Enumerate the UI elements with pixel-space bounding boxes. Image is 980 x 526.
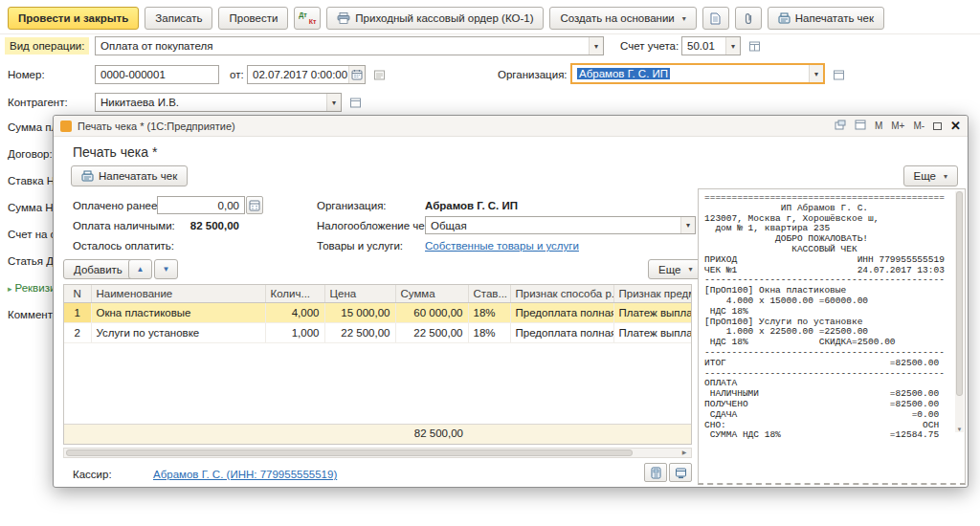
print-order-button[interactable]: Приходный кассовый ордер (КО-1) [326,7,544,30]
table-row[interactable]: 2Услуги по установке1,00022 500,0022 500… [64,322,691,342]
pos-terminal-button[interactable] [669,463,692,482]
close-icon[interactable]: ✕ [950,120,961,132]
date-action-icon[interactable] [371,67,387,82]
expand-group-icon: ▸ [8,284,12,294]
chevron-down-icon[interactable]: ▾ [725,37,740,55]
column-header-n[interactable]: N [64,285,91,302]
paperclip-icon [744,12,753,25]
column-header-name[interactable]: Наименование [91,285,265,302]
column-header-payment_sign[interactable]: Признак способа р... [510,285,613,302]
column-header-price[interactable]: Цена [324,285,395,302]
cash-order-window: Провести и закрыть Записать Провести ДтК… [0,0,980,526]
open-counterparty-icon[interactable] [347,95,363,110]
cell-name[interactable]: Окна пластиковые [91,302,265,322]
move-row-up-button[interactable]: ▲ [128,259,152,279]
calendar-icon[interactable] [348,66,365,83]
cell-sum[interactable]: 60 000,00 [395,302,468,322]
scrollbar-thumb[interactable] [66,449,633,456]
operation-type-value: Оплата от покупателя [96,40,589,52]
receipt-line: ИП Абрамов Г. С. [704,204,952,214]
receipt-scrollbar[interactable]: ▼ [955,191,964,432]
cell-sum[interactable]: 22 500,00 [395,322,468,342]
cell-subject_sign[interactable]: Платеж выплата [613,302,691,322]
cell-n[interactable]: 2 [64,322,91,342]
dialog-title: Печать чека * (1С:Предприятие) [78,121,235,132]
print-check-button[interactable]: Напечатать чек [768,7,884,30]
dialog-more-button[interactable]: Еще ▾ [903,165,958,186]
receipt-line: НДС 18% [704,307,952,318]
scroll-right-icon[interactable]: ▶ [679,449,690,457]
add-row-button[interactable]: Добавить [63,259,133,279]
cell-price[interactable]: 15 000,00 [324,302,395,322]
dock-window-icon[interactable] [855,120,866,132]
attachments-button[interactable] [735,7,762,30]
fiscal-printer-button[interactable] [644,463,667,482]
date-field[interactable]: 02.07.2017 0:00:00 [247,65,366,84]
table-more-button[interactable]: Еще ▾ [648,259,702,279]
group-label[interactable]: ▸Реквизи [8,282,56,294]
post-button[interactable]: Провести [218,7,288,30]
cell-name[interactable]: Услуги по установке [91,322,265,342]
counterparty-field[interactable]: Никитаева И.В. ▾ [95,93,342,112]
popout-window-icon[interactable] [835,120,846,132]
cell-n[interactable]: 1 [64,302,91,322]
account-field[interactable]: 50.01 ▾ [681,36,741,55]
table-header-row: NНаименованиеКолич...ЦенаСуммаСтав...При… [64,285,691,302]
chevron-down-icon[interactable]: ▾ [809,65,823,82]
cell-vat[interactable]: 18% [468,302,510,322]
window-controls: М М+ М- ✕ [835,120,961,132]
goods-services-link[interactable]: Собственные товары и услуги [425,240,579,252]
maximize-icon[interactable] [933,122,942,130]
calculator-icon[interactable] [246,196,263,214]
cashier-link[interactable]: Абрамов Г. С. (ИНН: 779955555519) [153,469,337,480]
operation-type-field[interactable]: Оплата от покупателя ▾ [95,36,604,55]
open-organization-icon[interactable] [831,67,846,82]
up-arrow-icon: ▲ [137,265,145,274]
cell-qty[interactable]: 1,000 [265,322,324,342]
paid-earlier-input[interactable]: 0,00 [157,196,245,214]
chevron-down-icon[interactable]: ▾ [680,217,695,233]
post-and-close-button[interactable]: Провести и закрыть [8,7,139,30]
cell-price[interactable]: 22 500,00 [324,322,395,342]
table-row[interactable]: 1Окна пластиковые4,00015 000,0060 000,00… [64,302,691,322]
dialog-titlebar[interactable]: Печать чека * (1С:Предприятие) М М+ М- ✕ [54,116,968,137]
chevron-down-icon: ▾ [688,265,692,274]
1c-app-icon [60,121,72,132]
chevron-down-icon[interactable]: ▾ [326,94,341,111]
scrollbar-thumb[interactable] [956,191,963,396]
cell-vat[interactable]: 18% [468,322,510,342]
dialog-print-check-button[interactable]: Напечатать чек [71,165,188,186]
cash-payment-value: 82 500,00 [149,220,239,231]
chevron-down-icon[interactable]: ▾ [589,37,603,55]
scroll-down-icon[interactable]: ▼ [955,427,964,432]
receipt-line: ПРИХОД ИНН 779955555519 [704,255,952,266]
save-button[interactable]: Записать [145,7,212,30]
scale-plus-button[interactable]: М+ [891,121,904,131]
show-postings-button[interactable]: ДтКт [294,7,321,30]
document-button[interactable] [702,7,729,30]
organization-value: Абрамов Г. С. ИП [577,68,670,79]
column-header-vat[interactable]: Став... [468,285,510,302]
create-based-on-button[interactable]: Создать на основании ▾ [549,7,696,30]
group-label-text: Реквизи [15,282,56,294]
taxation-field[interactable]: Общая ▾ [425,216,696,234]
cell-payment_sign[interactable]: Предоплата полная [510,302,613,322]
cell-qty[interactable]: 4,000 [265,302,324,322]
cell-subject_sign[interactable]: Платеж выплата [613,322,691,342]
column-header-subject_sign[interactable]: Признак предмета р [613,285,691,302]
organization-field[interactable]: Абрамов Г. С. ИП ▾ [570,63,825,84]
account-label: Счет учета: [620,40,679,52]
organization-value-wrap: Абрамов Г. С. ИП [572,68,809,79]
number-field[interactable]: 0000-000001 [95,65,219,84]
scale-minus-button[interactable]: М- [913,121,924,131]
print-check-label: Напечатать чек [795,12,874,24]
more-label: Еще [914,170,936,182]
chart-of-accounts-icon[interactable] [746,38,762,54]
move-row-down-button[interactable]: ▼ [154,259,178,279]
horizontal-scrollbar[interactable]: ▶ [63,448,692,458]
taxation-value: Общая [426,220,680,231]
cell-payment_sign[interactable]: Предоплата полная [510,322,613,342]
column-header-qty[interactable]: Колич... [265,285,324,302]
column-header-sum[interactable]: Сумма [395,285,468,302]
scale-normal-button[interactable]: М [875,121,882,131]
